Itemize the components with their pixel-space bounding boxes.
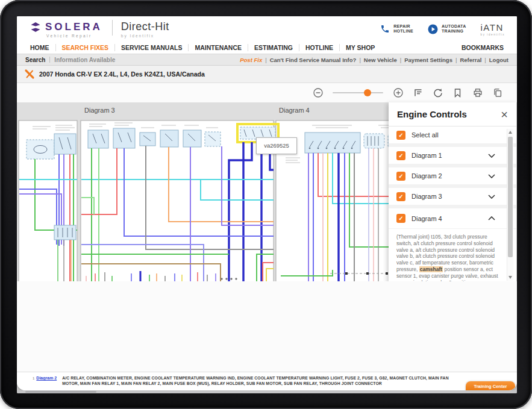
diagram1-label: Diagram 1 [412, 152, 442, 159]
vehicle-bar: 2007 Honda CR-V EX 2.4L, L4, Des K24Z1, … [17, 66, 517, 83]
diagram2-checkbox[interactable]: ✓ [396, 172, 405, 181]
diagram3-checkbox[interactable]: ✓ [396, 192, 405, 201]
referral-link[interactable]: Referral [452, 57, 481, 63]
nav-search-fixes[interactable]: SEARCH FIXES [55, 44, 115, 51]
panel-title: Engine Controls [397, 109, 467, 119]
diagram4-row[interactable]: ✓ Diagram 4 [389, 208, 516, 229]
close-icon[interactable]: × [501, 109, 508, 120]
diagram3-label: Diagram 3 [412, 193, 442, 200]
diagram2-footnote-link[interactable]: Diagram 2 [36, 376, 57, 380]
logout-link[interactable]: Logout [481, 57, 509, 63]
scroll-up-arrow[interactable] [509, 131, 512, 134]
vehicle-description: 2007 Honda CR-V EX 2.4L, L4, Des K24Z1, … [39, 70, 205, 78]
product-logo: Direct-Hit by Identifix [121, 20, 169, 38]
rotate-button[interactable] [433, 88, 443, 98]
vehicle-wrench-icon [24, 69, 35, 80]
product-wordmark: Direct-Hit [121, 20, 169, 33]
scroll-down-arrow[interactable] [509, 276, 512, 279]
engine-controls-header: Engine Controls × [389, 102, 516, 126]
autodata-training-button[interactable]: AUTODATA TRAINING [428, 24, 466, 34]
brand-area: SOLERA Vehicle Repair Direct-Hit by Iden… [17, 20, 169, 38]
chevron-down-icon[interactable] [488, 154, 495, 158]
diagram3-row[interactable]: ✓ Diagram 3 [389, 188, 516, 208]
engine-controls-panel: Engine Controls × ✓ Select all ✓ Diagram… [389, 102, 516, 283]
fine-print-smudge [25, 391, 96, 393]
footnote: 1 Diagram 2 A/C RELAY, COMBINATION METER… [33, 376, 460, 386]
nav-maintenance[interactable]: MAINTENANCE [188, 44, 248, 51]
nav-home[interactable]: HOME [30, 44, 55, 51]
footnote-text: A/C RELAY, COMBINATION METER, ENGINE COO… [62, 376, 460, 386]
solera-wordmark: SOLERA [45, 21, 102, 33]
autodata-label-1: AUTODATA [442, 24, 466, 28]
nav-bookmarks[interactable]: BOOKMARKS [462, 44, 504, 51]
print-button[interactable] [472, 88, 483, 98]
repair-hotline-label-1: REPAIR [393, 24, 410, 28]
iatn-wordmark: iATN [481, 22, 504, 33]
select-all-label: Select all [412, 131, 439, 139]
chevron-down-icon[interactable] [488, 195, 495, 199]
app-window: SOLERA Vehicle Repair Direct-Hit by Iden… [17, 16, 517, 390]
solera-tagline: Vehicle Repair [46, 34, 102, 38]
brand-divider [112, 20, 113, 36]
iatn-tagline: by identifix [481, 33, 505, 36]
copy-pages-button[interactable] [492, 88, 502, 98]
content-blank-area [17, 281, 517, 372]
bookmark-button[interactable] [452, 88, 463, 98]
phone-icon [380, 24, 390, 34]
select-all-checkbox[interactable]: ✓ [396, 131, 405, 140]
cant-find-info-link[interactable]: Can't Find Service Manual Info? [262, 57, 356, 63]
information-available-tab[interactable]: Information Available [54, 57, 115, 63]
footnote-marker: 1 [33, 376, 34, 380]
header: SOLERA Vehicle Repair Direct-Hit by Iden… [17, 16, 517, 42]
description-highlight: camshaft [419, 266, 443, 272]
payment-settings-link[interactable]: Payment Settings [397, 57, 452, 63]
component-tooltip: va269525 [256, 137, 297, 154]
training-center-badge[interactable]: Training Center [466, 381, 515, 390]
autodata-label-2: TRAINING [442, 29, 463, 33]
new-vehicle-link[interactable]: New Vehicle [356, 57, 396, 63]
chevron-down-icon[interactable] [488, 174, 495, 178]
nav-estimating[interactable]: ESTIMATING [248, 44, 299, 51]
header-actions: REPAIR HOTLINE AUTODATA TRAINING [380, 22, 517, 36]
nav-service-manuals[interactable]: SERVICE MANUALS [114, 44, 188, 51]
page-bottom-strip [17, 390, 517, 393]
repair-hotline-button[interactable]: REPAIR HOTLINE [380, 24, 413, 34]
diagram4-description: (Thermal joint) t105, 3rd clutch pressur… [389, 229, 516, 283]
panel-scrollbar[interactable] [507, 129, 513, 281]
zoom-slider-thumb[interactable] [364, 89, 371, 96]
nav-hotline[interactable]: HOTLINE [299, 44, 339, 51]
footer-bar: 1 Diagram 2 A/C RELAY, COMBINATION METER… [17, 372, 517, 390]
solera-logo-icon [30, 22, 41, 33]
solera-logo: SOLERA Vehicle Repair [30, 21, 102, 38]
iatn-logo[interactable]: iATN by identifix [481, 22, 505, 36]
diagram2-label: Diagram 2 [412, 172, 442, 180]
nav-my-shop[interactable]: MY SHOP [339, 44, 381, 51]
diagram4-label: Diagram 4 [412, 215, 442, 222]
diagram1-row[interactable]: ✓ Diagram 1 [389, 147, 516, 167]
select-all-row[interactable]: ✓ Select all [389, 126, 516, 147]
post-fix-link[interactable]: Post Fix [240, 57, 262, 63]
screen: SOLERA Vehicle Repair Direct-Hit by Iden… [17, 16, 517, 393]
product-tagline: by Identifix [121, 34, 169, 38]
subbar-links: Post Fix Can't Find Service Manual Info?… [240, 57, 509, 63]
repair-hotline-label-2: HOTLINE [393, 29, 413, 33]
diagram4-checkbox[interactable]: ✓ [396, 214, 405, 223]
zoom-slider[interactable] [333, 92, 383, 93]
play-circle-icon [428, 24, 438, 34]
main-nav: HOME SEARCH FIXES SERVICE MANUALS MAINTE… [17, 42, 517, 54]
zoom-out-button[interactable] [313, 88, 323, 98]
zoom-in-button[interactable] [393, 88, 403, 98]
fit-to-screen-button[interactable] [413, 88, 423, 98]
search-tab[interactable]: Search [25, 57, 45, 63]
sub-bar: Search Information Available Post Fix Ca… [17, 54, 517, 66]
tablet-frame: SOLERA Vehicle Repair Direct-Hit by Iden… [0, 0, 532, 409]
diagram1-checkbox[interactable]: ✓ [396, 151, 405, 160]
subbar-divider [49, 57, 50, 63]
diagram-toolbar [17, 83, 517, 102]
chevron-up-icon[interactable] [488, 216, 495, 220]
diagram2-row[interactable]: ✓ Diagram 2 [389, 167, 516, 188]
scrollbar-thumb[interactable] [508, 137, 513, 257]
